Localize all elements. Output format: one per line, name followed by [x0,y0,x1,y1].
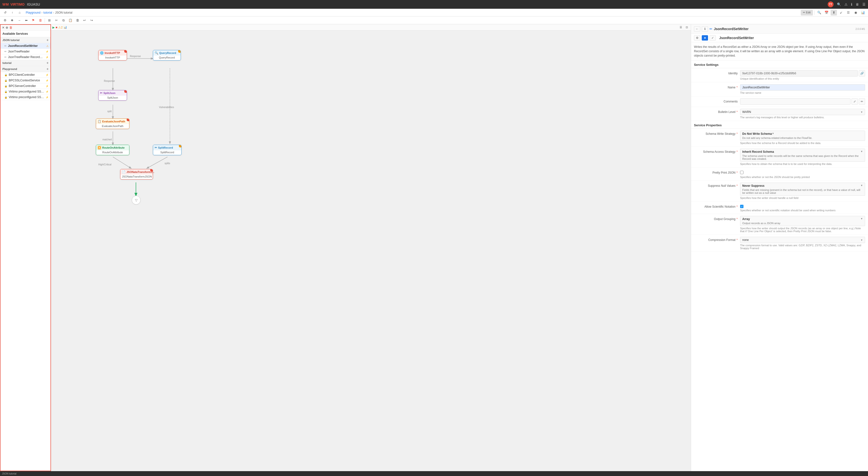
flow-canvas[interactable]: 🌐 InvokeHTTP InvokeHTTP 🔍 QueryRecord Qu… [51,31,691,471]
sidebar-list: JSON tutorial + ✏ JsonRecordSetWriter ⚠ … [0,37,51,471]
flow-node-evaluate-json-path[interactable]: 📋 EvaluateJsonPath EvaluateJsonPath [96,119,129,129]
props-version: 2.0.0-M1 [856,28,865,30]
compression-select[interactable]: none ▼ [740,237,865,243]
funnel-node[interactable]: ▽ [132,196,141,205]
flow-grid-btn[interactable]: ⊡ [684,25,689,30]
canvas-flow-toolbar: ▶ ■ ⚠2 📊 ☰ ⊡ [51,24,691,31]
output-grouping-chevron-icon: ▼ [861,217,863,221]
comments-expand-btn[interactable]: ⤢ [851,98,858,105]
flag-button[interactable]: ⚑ [30,18,36,23]
comments-input[interactable] [740,98,850,105]
stats-icon[interactable]: 📊 [64,26,67,29]
undo-button[interactable]: ↩ [81,18,88,23]
flow-node-split-json[interactable]: ✂ SplitJson SplitJson [98,90,127,100]
sidebar-group-playground-header[interactable]: Playground + [0,66,51,72]
props-back-button[interactable]: ← [694,26,700,32]
allow-sci-label: Allow Scientific Notation * [694,204,738,208]
user-avatar[interactable]: TT [828,1,834,7]
zoom-button[interactable]: 🔍 [816,10,823,16]
flow-list-btn[interactable]: ☰ [678,25,684,30]
info-nav-icon[interactable]: ℹ [851,2,852,6]
hierarchy-button[interactable]: ❖ [9,18,15,23]
props-info-button[interactable]: ℹ [702,26,708,32]
comments-edit-btn[interactable]: ✏ [859,98,865,105]
props-star-btn[interactable]: ★ [702,35,708,40]
edit-button[interactable]: ✏ Edit [801,10,813,16]
props-check-btn[interactable]: ✓ [710,35,716,40]
settings-button[interactable]: ⚙ [2,18,8,23]
identity-hint: Unique identification of this entity [740,77,865,80]
allow-sci-checkbox-checked[interactable]: ✓ [740,205,743,208]
sidebar-group-playground-add-icon[interactable]: + [46,67,49,71]
bulletin-select[interactable]: WARN ▼ [740,109,865,115]
sidebar-item-json-tree-reader-record-split[interactable]: ✏ JsonTreeReader RecordSplit ⚡ [0,54,51,60]
sidebar-close-icon[interactable]: ✕ [2,26,5,29]
json-transform-body: JSONataTransformJSON [120,175,153,179]
stop-icon[interactable]: ■ [56,26,57,29]
name-input[interactable] [740,84,865,91]
sidebar-group-json-tutorial-header[interactable]: JSON tutorial + [0,37,51,43]
props-row-output-grouping: Output Grouping * Array ▼ Output records… [691,214,868,235]
menu-nav-icon[interactable]: ☰ [862,2,866,6]
sidebar-item-json-record-set-writer[interactable]: ✏ JsonRecordSetWriter ⚠ [0,43,51,49]
sidebar-item-virtimo-0-label: Virtimo preconfigured SSL ... [9,90,44,93]
eraser-button[interactable]: ◉ [852,10,859,16]
grid-button[interactable]: ⊞ [46,18,53,23]
json-transform-badge [150,169,153,172]
suppress-null-select[interactable]: Never Suppress ▼ Fields that are missing… [740,183,865,196]
status-text: JSON tutorial [2,472,16,475]
schema-access-chevron-icon: ▼ [861,150,863,153]
redo-button[interactable]: ↪ [88,18,95,23]
refresh-button[interactable]: ↺ [2,10,8,16]
flow-node-invoke-http[interactable]: 🌐 InvokeHTTP InvokeHTTP [98,50,127,60]
sidebar-item-json-tree-reader[interactable]: ✏ JsonTreeReader ⚡ [0,49,51,54]
chart-button[interactable]: 📊 [860,10,866,16]
sidebar-item-bpc-client[interactable]: 🔒 BPCClientController ⚡ [0,72,51,78]
sidebar-group-tutorial-add-icon[interactable]: + [46,61,49,65]
schema-write-select[interactable]: Do Not Write Schema ▼ Do not add any sch… [740,131,865,141]
alert-count-icon[interactable]: ⚠2 [58,26,63,29]
display-nav-icon[interactable]: 🖥 [856,2,859,6]
sidebar-item-virtimo-ssl-1[interactable]: 🔒 Virtimo preconfigured SSL ... ⚡ [0,94,51,100]
props-settings-btn[interactable]: ⚙ [694,35,700,40]
invoke-http-label: InvokeHTTP [104,52,120,54]
flow-node-json-transform[interactable]: 📄 JSONataTransformJ... JSONataTransformJ… [120,169,153,179]
alert-nav-icon[interactable]: ⚠ [844,2,847,6]
flow-node-query-record[interactable]: 🔍 QueryRecord QueryRecord [153,50,181,60]
calendar-button[interactable]: 📅 [823,10,830,16]
bulletin-label: Bulletin Level * [694,109,738,114]
identity-link-btn[interactable]: 🔗 [859,70,865,77]
download-button[interactable]: ↙ [838,10,844,16]
output-grouping-value-area: Array ▼ Output records as a JSON array S… [740,216,865,233]
up-button[interactable]: ↑ [9,10,16,16]
paste-button[interactable]: 📋 [67,18,73,23]
delete-button[interactable]: 🗑 [74,18,81,23]
flow-node-route-on-attribute[interactable]: 🔀 RouteOnAttribute RouteOnAttribute [96,145,129,155]
signin-button[interactable]: → [16,18,22,23]
copy-button[interactable]: ⧉ [60,18,66,23]
comments-label: Comments [694,98,738,103]
sidebar-item-bpc-server[interactable]: 🔒 BPCServerController ⚡ [0,83,51,89]
pretty-print-checkbox[interactable] [740,171,743,174]
sidebar-delete-icon[interactable]: 🗑 [9,26,12,29]
sidebar-group-tutorial-header[interactable]: tutorial + [0,60,51,66]
search-nav-icon[interactable]: 🔍 [837,2,841,6]
logout-button[interactable]: ⬅ [23,18,29,23]
play-icon[interactable]: ▶ [53,26,55,29]
schema-access-select[interactable]: Inherit Record Schema ▼ The schema used … [740,149,865,162]
lock-icon-3: 🔒 [4,90,7,93]
sidebar-refresh-icon[interactable]: ⊗ [6,26,8,29]
trash-button[interactable]: 🗑 [37,18,43,23]
sidebar-item-bpc-ssl[interactable]: 🔒 BPCSSLContextService ⚡ [0,78,51,83]
upload-button[interactable]: ⬆ [831,10,837,16]
filter-button[interactable]: ☰ [845,10,851,16]
output-grouping-select[interactable]: Array ▼ Output records as a JSON array [740,216,865,226]
breadcrumb-tutorial[interactable]: tutorial [43,11,52,14]
sidebar-group-add-icon[interactable]: + [46,38,49,42]
cut-button[interactable]: ✂ [53,18,59,23]
breadcrumb-playground[interactable]: Playground [26,11,40,14]
home-button[interactable]: ⌂ [17,10,23,16]
sidebar-item-virtimo-ssl-0[interactable]: 🔒 Virtimo preconfigured SSL ... ⚡ [0,89,51,94]
flow-node-split-record[interactable]: ✂ SplitRecord SplitRecord [153,145,182,155]
evaluate-body: EvaluateJsonPath [96,124,129,129]
